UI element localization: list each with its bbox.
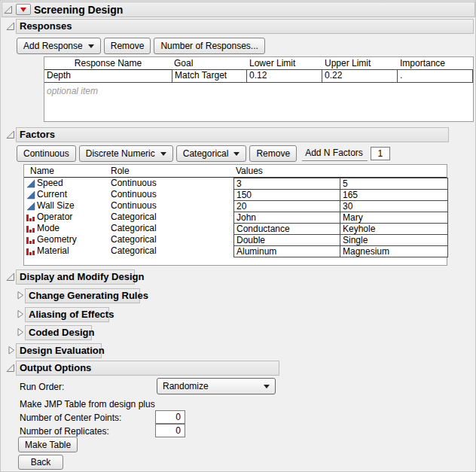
disclosure-open-icon[interactable] — [6, 273, 15, 282]
col-header-upper-limit: Upper Limit — [325, 58, 371, 69]
outline-factors[interactable]: Factors — [16, 127, 449, 142]
make-jmp-table-label: Make JMP Table from design plus — [20, 399, 155, 410]
table-row: Geometry Categorical Double Single — [24, 234, 447, 245]
run-order-label: Run Order: — [20, 382, 64, 393]
factor-value-cell[interactable]: Keyhole — [340, 223, 448, 235]
factor-value-cell[interactable]: 30 — [340, 200, 448, 212]
factor-name-cell[interactable]: Wall Size — [37, 200, 75, 212]
factor-value-cell[interactable]: 150 — [233, 189, 340, 201]
row-divider — [44, 82, 172, 83]
number-of-responses-button[interactable]: Number of Responses... — [154, 38, 264, 54]
factor-role-cell[interactable]: Continuous — [111, 200, 157, 212]
categorical-icon — [26, 247, 35, 256]
table-row: Current Continuous 150 165 — [24, 189, 447, 200]
table-row: Mode Categorical Conductance Keyhole — [24, 223, 447, 234]
chevron-down-icon — [88, 44, 94, 48]
lower-limit-cell[interactable]: 0.12 — [246, 69, 322, 83]
table-row: Operator Categorical John Mary — [24, 212, 447, 223]
disclosure-open-icon[interactable] — [4, 5, 13, 14]
red-triangle-icon — [20, 8, 26, 12]
outline-output-options[interactable]: Output Options — [16, 361, 279, 376]
factor-role-cell[interactable]: Categorical — [111, 245, 157, 257]
factor-role-cell[interactable]: Continuous — [111, 189, 157, 200]
add-response-button[interactable]: Add Response — [17, 38, 101, 54]
disclosure-open-icon[interactable] — [6, 364, 15, 373]
discrete-numeric-button[interactable]: Discrete Numeric — [79, 145, 173, 162]
outline-responses[interactable]: Responses — [16, 19, 474, 34]
outline-aliasing-of-effects[interactable]: Aliasing of Effects — [25, 307, 109, 322]
factor-role-cell[interactable]: Categorical — [111, 212, 157, 223]
factor-value-cell[interactable]: Double — [233, 234, 340, 246]
make-table-button[interactable]: Make Table — [18, 437, 78, 452]
table-row: Material Categorical Aluminum Magnesium — [24, 245, 447, 257]
factors-table: Name Role Values Speed Continuous 3 5 Cu… — [23, 164, 447, 266]
col-header-lower-limit: Lower Limit — [249, 58, 295, 69]
goal-cell[interactable]: Match Target — [172, 69, 247, 83]
factor-value-cell[interactable]: John — [233, 212, 340, 224]
factor-value-cell[interactable]: 3 — [233, 178, 340, 190]
replicates-field[interactable]: 0 — [155, 424, 185, 437]
factor-name-cell[interactable]: Geometry — [37, 234, 77, 245]
continuous-icon — [26, 202, 35, 211]
responses-table: Response Name Goal Lower Limit Upper Lim… — [44, 56, 474, 122]
center-points-label: Number of Center Points: — [20, 413, 121, 424]
run-order-value: Randomize — [163, 381, 209, 391]
importance-cell[interactable]: . — [397, 69, 473, 83]
center-points-field[interactable]: 0 — [155, 410, 185, 424]
factor-value-cell[interactable]: Single — [340, 234, 448, 246]
upper-limit-cell[interactable]: 0.22 — [322, 69, 398, 83]
continuous-button[interactable]: Continuous — [17, 145, 76, 162]
table-row: Speed Continuous 3 5 — [24, 178, 447, 189]
red-triangle-menu-button[interactable] — [16, 4, 31, 15]
factor-name-cell[interactable]: Operator — [37, 212, 72, 223]
factor-name-cell[interactable]: Mode — [37, 223, 60, 234]
outline-design-evaluation[interactable]: Design Evaluation — [16, 343, 102, 358]
disclosure-open-icon[interactable] — [6, 130, 15, 139]
factor-value-cell[interactable]: Conductance — [233, 223, 340, 235]
discrete-numeric-label: Discrete Numeric — [86, 148, 155, 159]
add-n-factors-label: Add N Factors — [302, 146, 368, 161]
col-header-response-name: Response Name — [44, 58, 172, 69]
factor-role-cell[interactable]: Continuous — [111, 178, 157, 189]
col-header-role: Role — [111, 166, 130, 177]
table-row: Wall Size Continuous 20 30 — [24, 200, 447, 212]
categorical-label: Categorical — [183, 148, 229, 159]
remove-factor-button[interactable]: Remove — [249, 145, 297, 162]
back-button[interactable]: Back — [18, 455, 63, 470]
add-response-label: Add Response — [23, 41, 83, 51]
factor-role-cell[interactable]: Categorical — [111, 223, 157, 234]
chevron-down-icon — [233, 152, 240, 156]
chevron-down-icon — [160, 152, 166, 156]
outline-screening-design[interactable]: Screening Design — [2, 2, 475, 17]
factor-value-cell[interactable]: 20 — [233, 200, 340, 212]
replicates-label: Number of Replicates: — [20, 426, 109, 437]
factor-name-cell[interactable]: Speed — [37, 178, 63, 189]
add-n-factors-field[interactable]: 1 — [371, 147, 390, 160]
outline-coded-design[interactable]: Coded Design — [25, 325, 92, 340]
factor-value-cell[interactable]: Aluminum — [233, 245, 340, 257]
categorical-icon — [26, 224, 35, 233]
categorical-button[interactable]: Categorical — [176, 145, 247, 162]
factor-name-cell[interactable]: Material — [37, 245, 69, 257]
factor-role-cell[interactable]: Categorical — [111, 234, 157, 245]
response-name-cell[interactable]: Depth — [47, 70, 71, 81]
factor-name-cell[interactable]: Current — [37, 189, 67, 200]
col-header-importance: Importance — [400, 58, 445, 69]
categorical-icon — [26, 236, 35, 245]
remove-response-button[interactable]: Remove — [104, 38, 151, 54]
factor-value-cell[interactable]: 165 — [340, 189, 448, 201]
col-header-name: Name — [30, 166, 54, 177]
chevron-down-icon — [264, 385, 270, 388]
continuous-icon — [26, 179, 35, 188]
run-order-dropdown[interactable]: Randomize — [157, 378, 276, 394]
outline-display-modify-design[interactable]: Display and Modify Design — [16, 269, 135, 285]
optional-item-placeholder[interactable]: optional item — [47, 86, 98, 96]
screening-design-window: Screening Design Responses Add Response … — [0, 0, 476, 472]
page-title: Screening Design — [34, 3, 123, 17]
factor-value-cell[interactable]: Mary — [340, 212, 448, 224]
col-header-values: Values — [236, 166, 263, 177]
disclosure-open-icon[interactable] — [6, 22, 15, 31]
outline-change-generating-rules[interactable]: Change Generating Rules — [25, 288, 140, 303]
factor-value-cell[interactable]: 5 — [340, 178, 448, 190]
factor-value-cell[interactable]: Magnesium — [340, 245, 448, 257]
